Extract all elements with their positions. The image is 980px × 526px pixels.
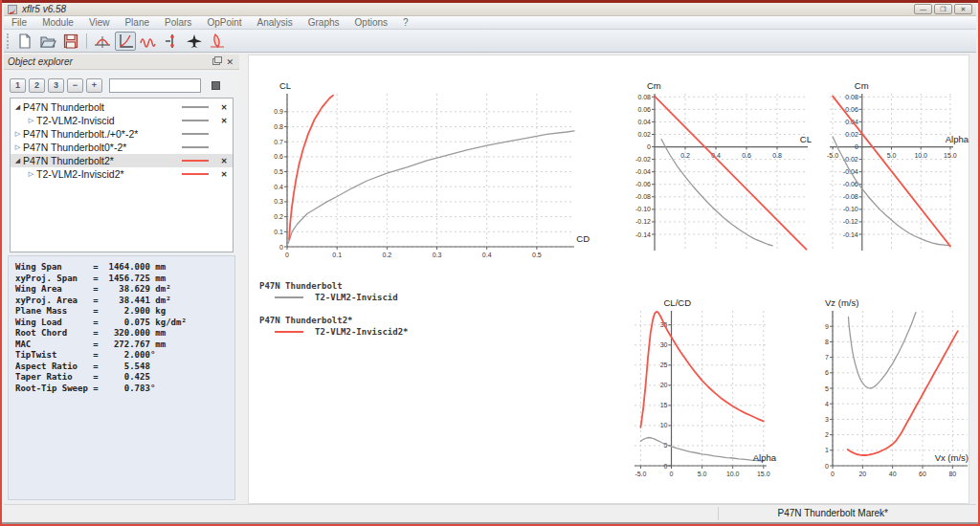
explorer-search-input[interactable]: [109, 78, 201, 93]
svg-text:-0.12: -0.12: [635, 218, 651, 225]
svg-text:-0.12: -0.12: [843, 218, 858, 225]
graph-vz-vs-vx[interactable]: 0204060800123456789Vz (m/s)Vx (m/s): [814, 297, 970, 481]
menu-polars[interactable]: Polars: [157, 16, 199, 30]
tree-item[interactable]: ▷P47N Thunderbolt./+0*-2*: [11, 127, 233, 141]
svg-text:0: 0: [855, 143, 858, 150]
menu-file[interactable]: File: [4, 16, 34, 30]
foil-design-icon[interactable]: [92, 32, 113, 51]
filter-square-button[interactable]: [212, 81, 220, 90]
menu-analysis[interactable]: Analysis: [250, 16, 301, 30]
svg-text:-0.14: -0.14: [635, 231, 651, 238]
svg-text:0.5: 0.5: [532, 252, 542, 258]
svg-text:-0.10: -0.10: [843, 206, 858, 212]
oppoint-view-icon[interactable]: [138, 32, 159, 51]
delete-item-icon[interactable]: ✕: [218, 103, 230, 112]
tree-item[interactable]: ◢P47N Thunderbolt2*✕: [11, 154, 233, 167]
maximize-button[interactable]: ❐: [934, 4, 952, 14]
save-project-icon[interactable]: [60, 32, 81, 51]
menu-view[interactable]: View: [81, 16, 118, 30]
legend-curve-line: [275, 296, 303, 298]
expand-arrow-icon[interactable]: ▷: [12, 130, 23, 138]
svg-text:0.2: 0.2: [382, 252, 391, 258]
svg-text:40: 40: [889, 471, 897, 477]
tree-item[interactable]: ▷P47N Thunderbolt0*-2*: [11, 141, 233, 154]
graph-cl-vs-cd[interactable]: 00.10.20.30.40.500.10.20.30.40.50.60.70.…: [261, 79, 591, 261]
curve-style-sample[interactable]: [182, 120, 209, 121]
delete-item-icon[interactable]: ✕: [218, 157, 230, 165]
delete-item-icon[interactable]: ✕: [218, 117, 230, 125]
graph-cm-vs-cl[interactable]: 0.20.40.60.80.080.060.040.020-0.02-0.04-…: [630, 79, 813, 256]
menu-plane[interactable]: Plane: [117, 16, 157, 30]
delete-item-icon[interactable]: ✕: [218, 170, 230, 179]
panel-close-icon[interactable]: ✕: [226, 57, 234, 67]
tree-item-label: P47N Thunderbolt0*-2*: [23, 142, 182, 153]
plane-3d-view-icon[interactable]: [184, 32, 205, 51]
tree-item[interactable]: ▷T2-VLM2-Inviscid✕: [11, 114, 233, 127]
title-bar[interactable]: xflr5 v6.58 — ❐ ✕: [4, 3, 976, 16]
svg-text:0.6: 0.6: [742, 152, 751, 159]
menu-help[interactable]: ?: [395, 16, 416, 30]
menu-oppoint[interactable]: OpPoint: [199, 16, 249, 30]
status-plane-name: P47N Thunderbolt Marek*: [778, 508, 888, 518]
explorer-toolrow: 1 2 3 − +: [10, 77, 234, 93]
stability-view-icon[interactable]: [207, 32, 228, 51]
svg-text:0: 0: [285, 252, 289, 258]
curve-style-sample[interactable]: [182, 160, 209, 162]
window-title: xflr5 v6.58: [22, 4, 66, 14]
tree-level-2-button[interactable]: 2: [29, 78, 45, 93]
menu-module[interactable]: Module: [34, 16, 81, 30]
float-panel-icon[interactable]: [212, 58, 220, 65]
legend-polar-name: T2-VLM2-Inviscid: [315, 293, 398, 302]
curve-style-sample[interactable]: [182, 133, 209, 135]
svg-text:-0.08: -0.08: [843, 193, 858, 200]
time-response-icon[interactable]: [161, 32, 182, 51]
close-button[interactable]: ✕: [954, 4, 972, 14]
polar-view-icon[interactable]: [115, 32, 136, 51]
toolbar-grip-handle[interactable]: [7, 33, 10, 49]
svg-text:Alpha: Alpha: [753, 452, 777, 463]
object-explorer-header[interactable]: Object explorer ✕: [4, 55, 239, 70]
collapse-arrow-icon[interactable]: ◢: [12, 157, 23, 164]
menu-graphs[interactable]: Graphs: [301, 16, 347, 30]
object-explorer-title: Object explorer: [8, 56, 73, 67]
expand-arrow-icon[interactable]: ▷: [26, 170, 36, 178]
svg-text:0.02: 0.02: [845, 131, 858, 138]
polar-graphs-area: 00.10.20.30.40.500.10.20.30.40.50.60.70.…: [248, 55, 969, 504]
svg-text:-0.10: -0.10: [635, 206, 651, 212]
svg-text:0.08: 0.08: [637, 94, 651, 100]
svg-text:0.3: 0.3: [433, 252, 442, 258]
tree-item[interactable]: ◢P47N Thunderbolt✕: [11, 100, 233, 114]
curve-style-sample[interactable]: [182, 106, 209, 108]
svg-text:15.0: 15.0: [757, 471, 770, 477]
svg-text:0.2: 0.2: [680, 152, 690, 159]
graph-clcd-vs-alpha[interactable]: -5.005.010.015.005101520253035CL/CDAlpha: [625, 297, 778, 481]
svg-text:20: 20: [660, 382, 668, 388]
svg-text:0: 0: [670, 471, 674, 477]
new-project-icon[interactable]: [14, 32, 35, 51]
menu-options[interactable]: Options: [347, 16, 395, 30]
graph-cm-vs-alpha[interactable]: -5.05.010.015.00.080.060.040.020-0.02-0.…: [822, 79, 970, 256]
minimize-button[interactable]: —: [914, 4, 932, 14]
svg-text:0.3: 0.3: [274, 198, 283, 205]
legend-curve-line: [275, 331, 303, 333]
svg-text:0.4: 0.4: [482, 252, 492, 258]
legend-group: P47N Thunderbolt2*T2-VLM2-Inviscid2*: [259, 316, 409, 337]
tree-item[interactable]: ▷T2-VLM2-Inviscid2*✕: [11, 167, 233, 181]
tree-item-label: P47N Thunderbolt: [23, 101, 182, 113]
collapse-button[interactable]: −: [67, 78, 83, 93]
svg-text:2: 2: [825, 431, 829, 438]
curve-style-sample[interactable]: [182, 173, 209, 175]
open-project-icon[interactable]: [37, 32, 58, 51]
svg-text:0.5: 0.5: [274, 168, 283, 175]
svg-text:3: 3: [825, 416, 829, 423]
tree-level-3-button[interactable]: 3: [48, 78, 64, 93]
svg-text:Cm: Cm: [647, 80, 661, 91]
expand-arrow-icon[interactable]: ▷: [12, 143, 23, 151]
tree-level-1-button[interactable]: 1: [10, 78, 26, 93]
collapse-arrow-icon[interactable]: ◢: [12, 103, 23, 111]
expand-button[interactable]: +: [86, 78, 102, 93]
expand-arrow-icon[interactable]: ▷: [26, 117, 36, 124]
curve-style-sample[interactable]: [182, 146, 209, 148]
svg-text:10.0: 10.0: [726, 471, 740, 477]
svg-text:CL: CL: [279, 80, 291, 91]
